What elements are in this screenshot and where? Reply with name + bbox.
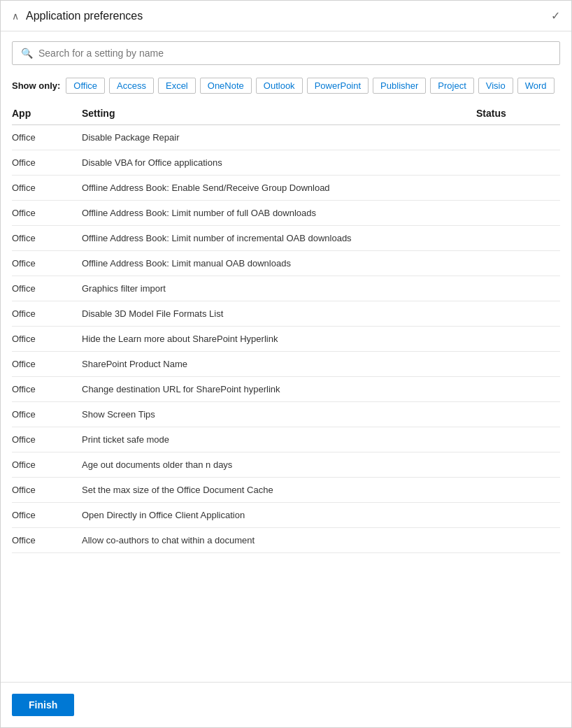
cell-app: Office	[12, 510, 82, 520]
table-row[interactable]: OfficeGraphics filter import	[12, 276, 560, 301]
table-row[interactable]: OfficeSharePoint Product Name	[12, 352, 560, 377]
filter-bar: Show only: OfficeAccessExcelOneNoteOutlo…	[1, 75, 571, 102]
filter-btn-excel[interactable]: Excel	[158, 78, 196, 94]
filter-btn-visio[interactable]: Visio	[478, 78, 513, 94]
cell-setting: Print ticket safe mode	[82, 434, 476, 445]
table-row[interactable]: OfficeSet the max size of the Office Doc…	[12, 478, 560, 503]
cell-app: Office	[12, 157, 82, 168]
cell-setting: Open Directly in Office Client Applicati…	[82, 510, 476, 520]
cell-setting: Hide the Learn more about SharePoint Hyp…	[82, 334, 476, 344]
search-input[interactable]	[38, 48, 551, 59]
cell-setting: Disable Package Repair	[82, 132, 476, 143]
header-left: ∧ Application preferences	[12, 10, 143, 22]
cell-app: Office	[12, 459, 82, 470]
search-box: 🔍	[12, 41, 560, 65]
table-header: AppSettingStatus	[12, 102, 560, 125]
filter-btn-outlook[interactable]: Outlook	[256, 78, 303, 94]
cell-setting: Show Screen Tips	[82, 409, 476, 420]
cell-setting: Offline Address Book: Limit number of in…	[82, 233, 476, 243]
table-row[interactable]: OfficeOffline Address Book: Enable Send/…	[12, 176, 560, 201]
cell-setting: Graphics filter import	[82, 283, 476, 294]
table-row[interactable]: OfficeOffline Address Book: Limit manual…	[12, 251, 560, 276]
table-row[interactable]: OfficeDisable VBA for Office application…	[12, 150, 560, 176]
table-header-cell-status: Status	[476, 108, 560, 119]
cell-app: Office	[12, 409, 82, 420]
cell-app: Office	[12, 132, 82, 143]
cell-app: Office	[12, 233, 82, 243]
cell-setting: Set the max size of the Office Document …	[82, 485, 476, 495]
cell-setting: Allow co-authors to chat within a docume…	[82, 535, 476, 545]
cell-app: Office	[12, 208, 82, 218]
cell-setting: Disable VBA for Office applications	[82, 157, 476, 168]
cell-app: Office	[12, 283, 82, 294]
cell-setting: Change destination URL for SharePoint hy…	[82, 384, 476, 394]
table-row[interactable]: OfficeAge out documents older than n day…	[12, 452, 560, 478]
header: ∧ Application preferences ✓	[1, 1, 571, 31]
collapse-icon[interactable]: ∧	[12, 10, 19, 22]
cell-setting: Offline Address Book: Limit number of fu…	[82, 208, 476, 218]
table-row[interactable]: OfficeShow Screen Tips	[12, 402, 560, 427]
table-header-cell-app: App	[12, 108, 82, 119]
search-icon: 🔍	[21, 48, 33, 59]
table-header-cell-setting: Setting	[82, 108, 476, 119]
cell-setting: Disable 3D Model File Formats List	[82, 308, 476, 319]
page-title: Application preferences	[26, 10, 143, 22]
table-row[interactable]: OfficeOffline Address Book: Limit number…	[12, 201, 560, 226]
filter-btn-project[interactable]: Project	[430, 78, 473, 94]
table-container: AppSettingStatusOfficeDisable Package Re…	[1, 102, 571, 727]
table-scroll[interactable]: OfficeDisable Package RepairOfficeDisabl…	[12, 125, 560, 657]
filter-label: Show only:	[12, 80, 60, 91]
cell-app: Office	[12, 535, 82, 545]
cell-setting: Offline Address Book: Enable Send/Receiv…	[82, 183, 476, 193]
cell-app: Office	[12, 434, 82, 445]
cell-app: Office	[12, 308, 82, 319]
check-icon[interactable]: ✓	[551, 9, 560, 22]
footer: Finish	[1, 682, 571, 727]
filter-btn-powerpoint[interactable]: PowerPoint	[307, 78, 369, 94]
table-row[interactable]: OfficeHide the Learn more about SharePoi…	[12, 327, 560, 352]
filter-btn-publisher[interactable]: Publisher	[373, 78, 426, 94]
table-row[interactable]: OfficeOpen Directly in Office Client App…	[12, 503, 560, 528]
cell-app: Office	[12, 485, 82, 495]
table-row[interactable]: OfficeDisable Package Repair	[12, 125, 560, 150]
table-row[interactable]: OfficeDisable 3D Model File Formats List	[12, 301, 560, 327]
filter-btn-onenote[interactable]: OneNote	[200, 78, 252, 94]
cell-app: Office	[12, 183, 82, 193]
cell-app: Office	[12, 258, 82, 269]
table-row[interactable]: OfficePrint ticket safe mode	[12, 427, 560, 452]
filter-btn-word[interactable]: Word	[517, 78, 555, 94]
filter-btn-office[interactable]: Office	[66, 78, 105, 94]
cell-app: Office	[12, 359, 82, 369]
cell-setting: Offline Address Book: Limit manual OAB d…	[82, 258, 476, 269]
finish-button[interactable]: Finish	[12, 694, 74, 716]
cell-setting: Age out documents older than n days	[82, 459, 476, 470]
filter-btn-access[interactable]: Access	[109, 78, 154, 94]
table-row[interactable]: OfficeAllow co-authors to chat within a …	[12, 528, 560, 553]
cell-setting: SharePoint Product Name	[82, 359, 476, 369]
table-row[interactable]: OfficeOffline Address Book: Limit number…	[12, 226, 560, 251]
cell-app: Office	[12, 384, 82, 394]
cell-app: Office	[12, 334, 82, 344]
table-row[interactable]: OfficeChange destination URL for SharePo…	[12, 377, 560, 402]
search-container: 🔍	[1, 31, 571, 75]
